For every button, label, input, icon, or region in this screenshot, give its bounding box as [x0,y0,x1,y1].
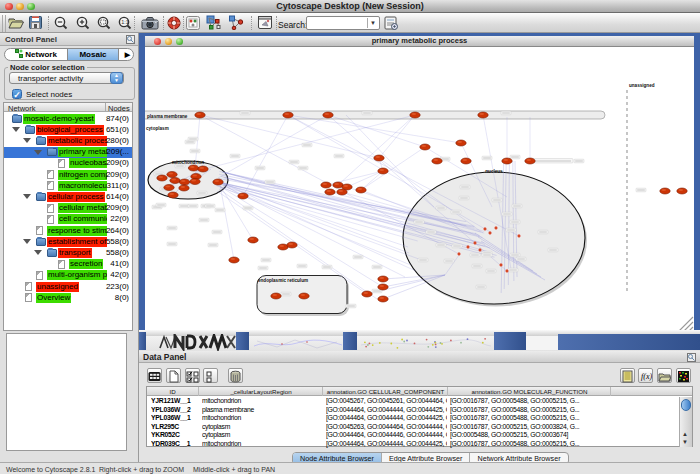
svg-text:f(x): f(x) [641,372,652,381]
svg-text:1:1: 1:1 [121,19,129,25]
